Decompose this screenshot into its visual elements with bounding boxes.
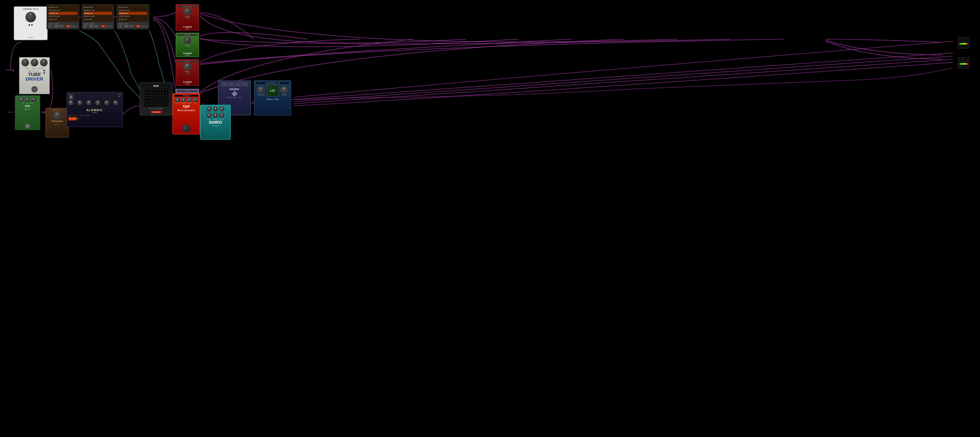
tap-mono-release-knob[interactable] (181, 97, 186, 102)
seq2-file-mcsq1[interactable]: mcsq1.mid (84, 18, 112, 21)
fluidgm-drums-level-label: LEVEL (185, 44, 190, 46)
fluidgm-bass-module: Acoustic Bass LEVEL FLUIDGM Bass (176, 4, 199, 31)
alembic-treble-label: TREBLE (79, 115, 84, 116)
phantom-zone-name: PHANTOM ZONE (226, 97, 243, 98)
big-muff-tone-knob[interactable] (31, 97, 37, 102)
seq1-file-furelisa[interactable]: furelisa.mid (49, 12, 77, 15)
seq1-led (76, 25, 78, 27)
alembic-knobs-grid (68, 100, 121, 105)
seq3-file-list[interactable]: beetvc3.mid clardelune.mid furelisa.mid … (118, 5, 148, 21)
alembic-highpass-knob[interactable] (68, 95, 74, 100)
big-muff-footswitch[interactable] (25, 123, 30, 129)
tube-driver-output-port[interactable] (43, 72, 45, 74)
phantom-zone-btn4[interactable]: 4 (242, 82, 248, 86)
stereo-xfade-signal-knob[interactable] (257, 86, 265, 94)
vmod-logo: VMOD (28, 37, 33, 38)
shiroverb-decay-knob[interactable] (207, 113, 212, 118)
seq1-repeat-label: REPEAT MODE (59, 25, 66, 27)
tube-driver-knobs-row (21, 59, 48, 67)
seq3-file-mcsq1[interactable]: mcsq1.mid (119, 18, 147, 21)
tap-mono-gain-knob[interactable] (192, 97, 198, 102)
seq2-off-btn[interactable]: OFF (89, 25, 94, 27)
seq3-file-clardelune[interactable]: clardelune.mid (119, 9, 147, 12)
fluidgm-bass-level-knob[interactable] (183, 8, 191, 16)
shiroverb-k6[interactable] (220, 113, 224, 118)
alembic-k2[interactable] (77, 100, 82, 105)
seq3-file-furelisa[interactable]: furelisa.mid (119, 12, 147, 15)
fluidgm-drums-module: Standard LEVEL FLUIDGM Drums (176, 33, 199, 57)
fluidgm-strings-led1 (186, 73, 187, 74)
tube-driver-labels: DRIVE TONE VOLUME (25, 68, 44, 69)
seq2-file-beetvc3[interactable]: beetvc3.mid (84, 6, 112, 9)
tube-driver-volume-knob[interactable] (40, 59, 48, 67)
stereo-xfade-module: X-fade (testing) L > R) SIGNAL A/B x42 S… (254, 80, 291, 115)
alembic-k3[interactable] (86, 100, 91, 105)
shiroverb-k5[interactable] (213, 113, 218, 118)
tap-mono-makeup-knob[interactable] (187, 97, 192, 102)
seq3-off-btn[interactable]: OFF (124, 25, 129, 27)
shiroverb-room-knob[interactable] (207, 106, 212, 111)
shiroverb-name: Shiroverb (212, 125, 219, 127)
seq2-file-clardelune[interactable]: clardelune.mid (84, 9, 112, 12)
tube-driver-footswitch[interactable] (31, 86, 38, 92)
alembic-k1[interactable] (68, 100, 73, 105)
alembic-k4[interactable] (95, 100, 100, 105)
tube-driver-tone-knob[interactable] (31, 59, 38, 67)
alembic-enable-led[interactable] (119, 96, 120, 97)
abgate-threshold-knob[interactable] (53, 111, 61, 119)
abgate-knob-label: THRESHOLD (52, 110, 62, 111)
ir-loader-module: MOD IR LOADER 4to Alambra (140, 83, 173, 115)
cv-input-port[interactable] (29, 24, 30, 26)
phantom-zone-btn1[interactable]: 1 (221, 82, 228, 86)
tube-driver-module: DRIVE TONE VOLUME BK BUTLER TUBE DRIVER (19, 57, 50, 94)
seq3-file-beetvc3[interactable]: beetvc3.mid (119, 6, 147, 9)
tap-mono-dynamics-module: 3 Tuner 4.0 ATTACK RELEASE MAKE-UP GAIN … (173, 93, 200, 134)
shiroverb-module: ROOM TIMBRE DECAY SHIRO Shiroverb (200, 105, 231, 140)
tap-mono-release-label: RELEASE (181, 102, 186, 104)
seq3-on-btn[interactable]: ON (136, 25, 140, 27)
seq1-file-clardelune[interactable]: clardelune.mid (49, 9, 77, 12)
tube-driver-input-port[interactable] (43, 70, 45, 72)
control-cv-knob[interactable] (25, 12, 36, 22)
seq2-controls-bar: 3 beats, 2x4x4x HOST SYNC OFF REPEAT MOD… (83, 22, 113, 29)
seq2-repeat-label: REPEAT MODE (94, 25, 100, 27)
seq2-file-list[interactable]: beetvc3.mid clardelune.mid furelisa.mid … (83, 5, 113, 21)
seq1-file-mozk175a[interactable]: mozk175a.mid (49, 15, 77, 18)
fluidgm-strings-level-knob[interactable] (183, 63, 191, 70)
seq2-on-btn[interactable]: ON (102, 25, 105, 27)
shiroverb-timbre-knob[interactable] (220, 106, 224, 111)
tap-mono-attack-knob[interactable] (175, 97, 180, 102)
fluidgm-drums-sub: Drums (185, 54, 190, 56)
alembic-mid-label: MDPLE (73, 115, 78, 116)
tap-mono-sub: Mono Dynamics (177, 109, 195, 111)
stereo-xfade-controls-row: SIGNAL A/B x42 SHAPE (257, 85, 288, 97)
seq1-file-mcsq1[interactable]: mcsq1.mid (49, 18, 77, 21)
fluidgm-strings-led2 (188, 73, 189, 74)
tube-driver-brand-line1: TUBE (28, 72, 41, 77)
phantom-zone-btn2[interactable]: 2 (228, 82, 234, 86)
alembic-k6[interactable] (113, 100, 118, 105)
cv-output-port[interactable] (31, 24, 33, 26)
seq1-beats-label: 3 beats, 2x4x4x (48, 23, 78, 25)
phantom-zone-btn3[interactable]: 3 (235, 82, 241, 86)
seq3-file-mozk175a[interactable]: mozk175a.mid (119, 15, 147, 18)
main-left-input[interactable] (12, 70, 14, 72)
ir-loader-speaker-grid (143, 88, 169, 107)
alembic-k5[interactable] (104, 100, 109, 105)
seq1-file-list[interactable]: beetvc3.mid clardelune.mid furelisa.mid … (48, 5, 78, 21)
big-muff-vol-knob[interactable] (19, 97, 24, 102)
fluidgm-drums-level-knob[interactable] (183, 37, 191, 44)
seq2-file-furelisa[interactable]: furelisa.mid (84, 12, 112, 15)
stereo-xfade-shape-knob[interactable] (280, 86, 288, 94)
big-muff-sustain-label: SUS (26, 103, 29, 104)
seq1-on-btn[interactable]: ON (67, 25, 70, 27)
seq2-beats-label: 3 beats, 2x4x4x (83, 23, 112, 25)
seq2-file-mozk175a[interactable]: mozk175a.mid (84, 15, 112, 18)
big-muff-sustain-knob[interactable] (25, 97, 30, 102)
tube-driver-drive-knob[interactable] (21, 59, 29, 67)
midi-sequencer-2: beetvc3.mid clardelune.mid furelisa.mid … (81, 4, 115, 29)
shiroverb-mix-knob[interactable] (213, 106, 218, 111)
seq1-file-beetvc3[interactable]: beetvc3.mid (49, 6, 77, 9)
tap-mono-footswitch[interactable] (182, 124, 191, 133)
seq1-off-btn[interactable]: OFF (54, 25, 59, 27)
